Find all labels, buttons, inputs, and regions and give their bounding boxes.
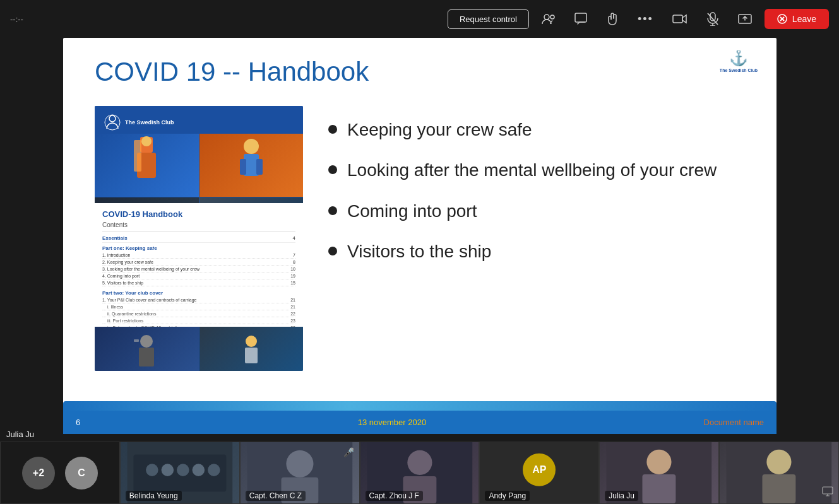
video-label-julia: Julia Ju: [605, 491, 638, 501]
svg-text:⚓: ⚓: [729, 50, 748, 67]
svg-rect-49: [643, 474, 676, 503]
svg-point-20: [244, 139, 259, 154]
mute-button[interactable]: [700, 8, 725, 30]
bullet-dot: [328, 165, 337, 174]
local-user-label: Julia Ju: [6, 430, 34, 439]
bullet-dot: [328, 247, 337, 255]
svg-rect-22: [240, 159, 246, 175]
svg-point-15: [105, 115, 120, 130]
svg-point-39: [192, 464, 205, 476]
svg-rect-53: [823, 487, 833, 494]
screen-share-icon-last: [822, 486, 833, 498]
bullet-item-3: Coming into port: [328, 200, 745, 223]
bullet-dot: [328, 206, 337, 215]
svg-point-14: [109, 115, 116, 122]
people-icon-button[interactable]: [535, 9, 562, 28]
svg-rect-30: [139, 348, 154, 366]
top-bar-controls: Request control •••: [448, 8, 829, 30]
avatar-c: C: [65, 457, 98, 489]
video-strip: +2 C Belinda Yeung 🎤 Capt. Chen C Z: [0, 442, 839, 504]
bullet-item-1: Keeping your crew safe: [328, 119, 745, 141]
svg-point-32: [246, 336, 257, 347]
share-screen-button[interactable]: [732, 9, 758, 29]
video-cell-julia: Julia Ju: [599, 442, 719, 504]
video-cell-last: [719, 442, 839, 504]
video-cell-andy: AP Andy Pang: [479, 442, 599, 504]
chat-icon-button[interactable]: [568, 9, 593, 29]
svg-point-1: [550, 15, 554, 19]
video-button[interactable]: [666, 9, 694, 28]
video-label-belinda: Belinda Yeung: [126, 491, 182, 501]
cover-title: COVID-19 Handbook: [102, 209, 295, 219]
avatar-ap: AP: [523, 453, 556, 486]
svg-point-36: [146, 464, 158, 476]
svg-text:The Swedish Club: The Swedish Club: [720, 68, 758, 73]
page-number: 6: [76, 418, 80, 427]
svg-rect-3: [673, 15, 682, 23]
slide-footer: 6 13 november 2020 Document name: [63, 410, 777, 434]
slide-title: COVID 19 -- Handbook: [95, 57, 745, 87]
svg-rect-23: [256, 159, 263, 175]
swedish-club-logo: ⚓ The Swedish Club: [720, 50, 758, 85]
presentation-slide: ⚓ The Swedish Club COVID 19 -- Handbook …: [63, 38, 777, 434]
video-cell-chen: 🎤 Capt. Chen C Z: [240, 442, 360, 504]
svg-rect-52: [763, 474, 796, 503]
svg-point-0: [544, 15, 549, 20]
slide-date: 13 november 2020: [358, 418, 426, 427]
svg-rect-33: [245, 348, 258, 363]
svg-point-19: [141, 136, 152, 146]
video-label-chen: Capt. Chen C Z: [246, 491, 306, 501]
svg-rect-18: [134, 140, 141, 172]
video-cell-belinda: Belinda Yeung: [120, 442, 240, 504]
mic-muted-icon-chen: 🎤: [343, 447, 354, 457]
avatar-plus2: +2: [22, 457, 55, 489]
svg-rect-31: [134, 339, 139, 342]
leave-button[interactable]: Leave: [765, 9, 829, 29]
svg-point-38: [177, 464, 189, 476]
timestamp: --:--: [10, 15, 23, 24]
top-bar: --:-- Request control •••: [0, 0, 839, 38]
more-options-button[interactable]: •••: [631, 9, 660, 30]
video-label-andy: Andy Pang: [485, 491, 530, 501]
svg-rect-2: [575, 13, 586, 22]
bullet-item-2: Looking after the mental wellbeing of yo…: [328, 159, 745, 182]
video-label-zhou: Capt. Zhou J F: [366, 491, 423, 501]
svg-point-48: [647, 450, 672, 474]
svg-point-29: [140, 335, 153, 348]
cover-contents: Contents: [102, 221, 295, 231]
svg-point-45: [407, 450, 432, 475]
raise-hand-icon-button[interactable]: [600, 8, 625, 30]
bullet-list: Keeping your crew safe Looking after the…: [328, 106, 745, 281]
svg-point-40: [208, 464, 220, 476]
slide-body: The Swedish Club: [95, 106, 745, 371]
video-cell-zhou: Capt. Zhou J F: [360, 442, 480, 504]
svg-point-42: [286, 450, 313, 478]
svg-point-51: [766, 450, 791, 474]
svg-point-37: [161, 464, 174, 476]
handbook-cover-image: The Swedish Club: [95, 106, 303, 371]
bullet-item-4: Visitors to the ship: [328, 240, 745, 263]
request-control-button[interactable]: Request control: [448, 9, 529, 29]
document-name: Document name: [704, 418, 764, 427]
bullet-dot: [328, 125, 337, 134]
video-cell-extras: +2 C: [0, 442, 120, 504]
